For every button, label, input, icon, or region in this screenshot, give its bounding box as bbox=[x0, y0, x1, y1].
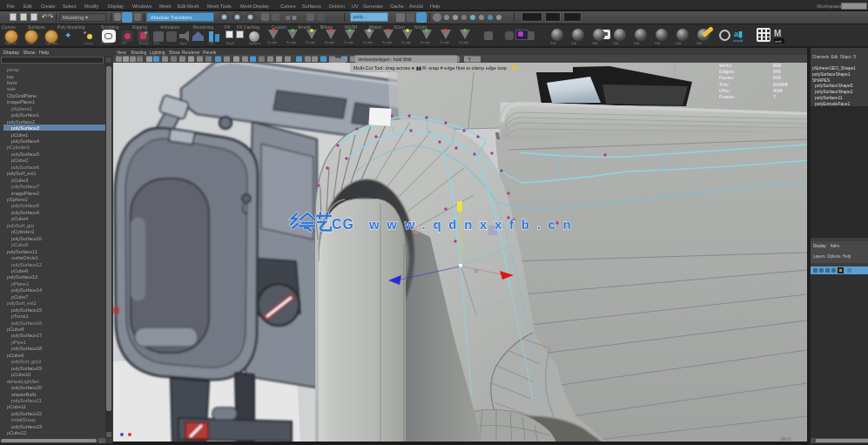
svg-text:UVs:: UVs: bbox=[719, 88, 730, 93]
svg-text:Multi-Cut Tool: drag across ●: Multi-Cut Tool: drag across ● ▮▮ R: snap… bbox=[353, 65, 507, 71]
svg-text:Edges:: Edges: bbox=[719, 69, 736, 74]
svg-text:616: 616 bbox=[773, 75, 781, 80]
svg-text:View: View bbox=[117, 50, 126, 55]
svg-text:6160/8: 6160/8 bbox=[773, 82, 788, 87]
svg-text:CG: CG bbox=[332, 217, 354, 232]
svg-text:Panels: Panels bbox=[203, 50, 217, 55]
svg-text:Faces:: Faces: bbox=[719, 75, 735, 80]
svg-text:R6-0: R6-0 bbox=[781, 436, 791, 442]
svg-text:829: 829 bbox=[773, 63, 781, 68]
svg-text:Shading: Shading bbox=[131, 50, 147, 55]
svg-text:Lighting: Lighting bbox=[150, 50, 165, 55]
svg-text:Frame:: Frame: bbox=[719, 94, 736, 99]
svg-text:Verts:: Verts: bbox=[719, 63, 732, 68]
svg-text:¶: ¶ bbox=[468, 57, 471, 62]
svg-text:Tris:: Tris: bbox=[719, 82, 730, 87]
svg-text:Vertices/polygon : hold Shift: Vertices/polygon : hold Shift bbox=[358, 57, 412, 62]
svg-text:7: 7 bbox=[773, 94, 776, 99]
svg-text:www.qdnxxfb.cn: www.qdnxxfb.cn bbox=[368, 217, 578, 232]
svg-text:Show: Show bbox=[169, 50, 180, 55]
svg-text:645: 645 bbox=[773, 69, 781, 74]
svg-text:Renderer: Renderer bbox=[182, 50, 200, 55]
svg-text:4/36: 4/36 bbox=[773, 88, 783, 93]
